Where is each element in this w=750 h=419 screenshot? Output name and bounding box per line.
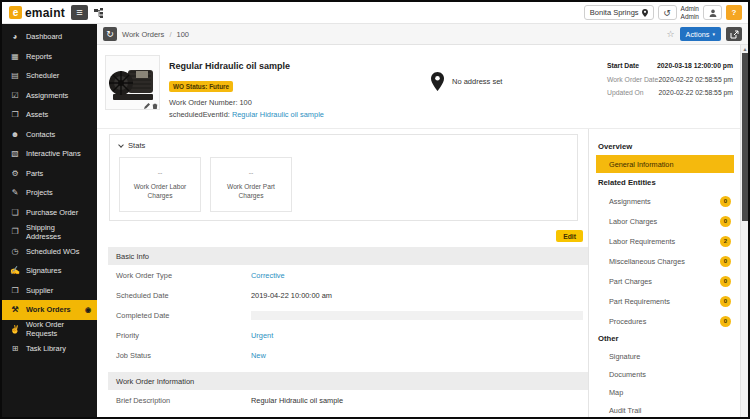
stat-card-part-charges[interactable]: -- Work Order Part Charges (210, 157, 292, 212)
interactive-plans-icon: ▧ (10, 149, 20, 158)
field-row-brief-description: Brief Description Regular Hidraulic oil … (108, 390, 588, 410)
scheduled-wos-icon: ◷ (10, 247, 20, 256)
nav-labor-charges[interactable]: Labor Charges0 (596, 211, 734, 231)
priority-value[interactable]: Urgent (251, 331, 273, 340)
sidebar-item-scheduled-wos[interactable]: ◷Scheduled WOs (2, 242, 97, 262)
shipping-addresses-icon: ❐ (10, 227, 20, 236)
work-order-information-section: Work Order Information Brief Description… (108, 372, 588, 417)
sidebar-item-scheduler[interactable]: ▤Scheduler (2, 66, 97, 86)
breadcrumb[interactable]: Work Orders (122, 30, 164, 39)
parts-icon: ⚙ (10, 169, 20, 178)
edit-image-icon[interactable] (144, 103, 150, 109)
nav-labor-requirements[interactable]: Labor Requirements2 (596, 231, 734, 251)
nav-procedures[interactable]: Procedures0 (596, 311, 734, 331)
overview-panel: Overview General Information Related Ent… (588, 129, 740, 417)
brief-description-value: Regular Hidraulic oil sample (251, 396, 343, 405)
sidebar-item-contacts[interactable]: ☻Contacts (2, 125, 97, 145)
sitemap-button[interactable] (94, 8, 104, 18)
nav-part-charges[interactable]: Part Charges0 (596, 271, 734, 291)
sidebar-item-task-library[interactable]: ⊞Task Library (2, 339, 97, 359)
other-header: Other (596, 331, 734, 347)
popout-icon (730, 30, 739, 39)
scrollbar-up-arrow[interactable]: ▲ (742, 46, 748, 52)
purchase-order-icon: ❏ (10, 208, 20, 217)
user-avatar-button[interactable] (703, 5, 722, 20)
sidebar-item-reports[interactable]: ▦Reports (2, 47, 97, 67)
work-order-header: Regular Hidraulic oil sample WO Status: … (97, 45, 740, 129)
user-icon (709, 9, 717, 17)
asset-image[interactable] (105, 55, 160, 110)
nav-map[interactable]: Map (596, 383, 734, 401)
work-order-requests-icon: ✌ (10, 325, 20, 334)
emaint-logo-icon: e (9, 6, 22, 19)
scheduled-event-link[interactable]: Regular Hidraulic oil sample (232, 110, 324, 119)
sidebar-item-dashboard[interactable]: ◕Dashboard (2, 27, 97, 47)
vertical-scrollbar[interactable]: ▲ (740, 45, 748, 417)
sidebar-item-parts[interactable]: ⚙Parts (2, 164, 97, 184)
sidebar-item-supplier[interactable]: ❒Supplier (2, 281, 97, 301)
scheduler-icon: ▤ (10, 71, 20, 80)
work-order-number: Work Order Number: 100 (169, 98, 369, 107)
completed-date-empty-value (251, 311, 583, 320)
history-button[interactable]: ↺ (658, 5, 677, 20)
sidebar-item-work-orders[interactable]: ⚒Work Orders◉ (2, 300, 97, 320)
address-block: No address set (431, 72, 502, 91)
field-row-job-status: Job Status New (108, 345, 588, 365)
date-summary: Start Date2020-03-18 12:00:00 pm Work Or… (607, 62, 733, 119)
sidebar-item-signatures[interactable]: ✍Signatures (2, 261, 97, 281)
sidebar-item-assignments[interactable]: ☑Assignments (2, 86, 97, 106)
nav-documents[interactable]: Documents (596, 365, 734, 383)
nav-audit-trail[interactable]: Audit Trail (596, 401, 734, 417)
breadcrumb-bar: ↻ Work Orders / 100 ☆ Actions ▾ (97, 24, 748, 45)
basic-info-header: Basic Info (108, 247, 588, 265)
eye-icon: ◉ (85, 306, 91, 314)
hamburger-menu-button[interactable]: ≡ (71, 5, 88, 20)
nav-part-requirements[interactable]: Part Requirements0 (596, 291, 734, 311)
count-badge: 0 (720, 316, 731, 327)
sidebar-item-assets[interactable]: ❒Assets (2, 105, 97, 125)
job-status-value[interactable]: New (251, 351, 266, 360)
favorite-star-icon[interactable]: ☆ (666, 29, 674, 39)
nav-miscellaneous-charges[interactable]: Miscellaneous Charges0 (596, 251, 734, 271)
main-content: Stats -- Work Order Labor Charges -- (97, 129, 588, 417)
scheduled-date-value: 2019-04-22 10:00:00 am (251, 291, 332, 300)
work-order-date-row: Work Order Date2020-02-22 02:58:55 pm (607, 76, 733, 83)
scrollbar-thumb[interactable] (742, 53, 748, 221)
map-pin-icon (431, 72, 444, 91)
refresh-button[interactable]: ↻ (103, 27, 117, 41)
start-date-row: Start Date2020-03-18 12:00:00 pm (607, 62, 733, 69)
sidebar-item-purchase-order[interactable]: ❏Purchase Order (2, 203, 97, 223)
dashboard-icon: ◕ (10, 32, 20, 41)
pump-photo (106, 56, 159, 109)
stats-header[interactable]: Stats (119, 141, 568, 150)
emaint-logo: e emaint (9, 6, 65, 20)
field-row-completed-date: Completed Date (108, 305, 588, 325)
sidebar-item-interactive-plans[interactable]: ▧Interactive Plans (2, 144, 97, 164)
basic-info-section: Basic Info Work Order Type Corrective Sc… (108, 247, 588, 365)
sidebar-item-work-order-requests[interactable]: ✌Work Order Requests (2, 320, 97, 340)
nav-signature[interactable]: Signature (596, 347, 734, 365)
popout-button[interactable] (726, 27, 742, 41)
nav-general-information[interactable]: General Information (596, 155, 734, 173)
refresh-icon: ↻ (106, 29, 114, 39)
location-button[interactable]: Bonita Springs (584, 5, 654, 20)
wo-status-badge: WO Status: Future (169, 81, 233, 92)
nav-assignments[interactable]: Assignments0 (596, 191, 734, 211)
sidebar-item-projects[interactable]: ✎Projects (2, 183, 97, 203)
delete-image-icon[interactable] (152, 103, 158, 109)
work-order-type-value[interactable]: Corrective (251, 271, 285, 280)
breadcrumb-current: 100 (176, 30, 189, 39)
help-button[interactable]: ? (726, 5, 742, 20)
actions-button[interactable]: Actions ▾ (680, 27, 721, 41)
sidebar-item-shipping-addresses[interactable]: ❐Shipping Addresses (2, 222, 97, 242)
content-scroll-area: Regular Hidraulic oil sample WO Status: … (97, 45, 748, 417)
collapse-chevron-icon (118, 142, 124, 148)
user-name: Admin Admin (681, 5, 699, 21)
edit-button[interactable]: Edit (556, 230, 583, 242)
top-header-bar: e emaint ≡ Bonita Springs ↺ Admin Admin … (2, 2, 748, 24)
address-text: No address set (452, 77, 502, 86)
field-row-scheduled-date: Scheduled Date 2019-04-22 10:00:00 am (108, 285, 588, 305)
count-badge: 0 (720, 276, 731, 287)
related-entities-header: Related Entities (596, 175, 734, 191)
stat-card-labor-charges[interactable]: -- Work Order Labor Charges (119, 157, 201, 212)
